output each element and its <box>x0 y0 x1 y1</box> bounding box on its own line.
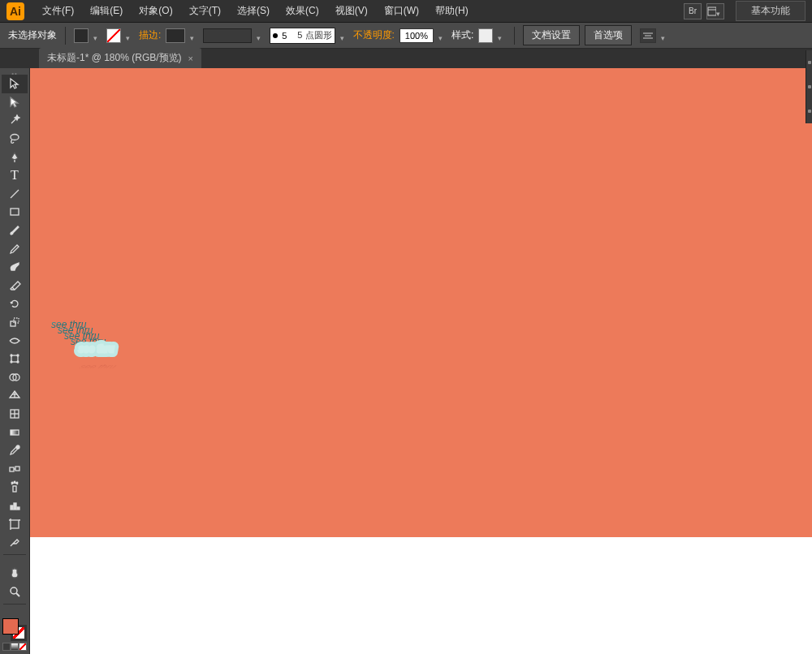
menu-view[interactable]: 视图(V) <box>327 1 376 21</box>
stroke-label: 描边: <box>139 28 161 42</box>
pencil-tool[interactable] <box>2 239 28 258</box>
align-dd[interactable] <box>661 32 669 40</box>
color-mode-gradient[interactable] <box>11 643 19 651</box>
svg-point-16 <box>11 361 12 363</box>
hand-tool[interactable] <box>2 564 28 583</box>
width-tool[interactable] <box>2 331 28 350</box>
menu-object[interactable]: 对象(O) <box>131 1 180 21</box>
canvas[interactable]: see thru see thru see thru see thru see … <box>30 68 812 654</box>
stroke-dropdown[interactable] <box>126 32 134 40</box>
menu-edit[interactable]: 编辑(E) <box>82 1 131 21</box>
scale-tool[interactable] <box>2 313 28 332</box>
svg-text:see thru: see thru <box>79 343 114 355</box>
line-tool[interactable] <box>2 185 28 204</box>
svg-rect-0 <box>708 7 716 15</box>
svg-rect-35 <box>14 503 16 510</box>
stroke-weight-menu[interactable] <box>166 28 185 43</box>
color-mode-buttons <box>0 643 29 651</box>
svg-rect-25 <box>11 430 19 435</box>
svg-point-26 <box>16 445 19 449</box>
control-bar: 未选择对象 描边: 5 点圆形 不透明度: 样式: 文档设置 首选项 <box>0 23 812 49</box>
workspace-switcher[interactable]: 基本功能 <box>736 1 806 21</box>
document-tab[interactable]: 未标题-1* @ 180% (RGB/预览) × <box>39 48 201 68</box>
opacity-dd[interactable] <box>438 32 447 40</box>
pen-tool[interactable] <box>2 148 28 166</box>
style-dd[interactable] <box>498 32 506 40</box>
panel-dock[interactable] <box>806 50 812 123</box>
blend-tool[interactable] <box>2 459 28 478</box>
symbol-sprayer-tool[interactable] <box>2 478 28 497</box>
opacity-input[interactable] <box>400 28 434 43</box>
arrange-docs-button[interactable] <box>706 3 724 19</box>
svg-rect-30 <box>13 486 16 492</box>
mesh-tool[interactable] <box>2 405 28 424</box>
align-button[interactable] <box>640 28 656 43</box>
style-swatch[interactable] <box>478 28 493 43</box>
panel-icon[interactable] <box>808 110 811 113</box>
svg-point-32 <box>14 482 15 484</box>
perspective-grid-tool[interactable] <box>2 386 28 405</box>
svg-rect-11 <box>11 321 15 326</box>
brush-dd[interactable] <box>340 32 348 40</box>
type-tool[interactable]: T <box>2 166 28 185</box>
svg-rect-12 <box>14 318 19 323</box>
fill-stroke-indicator[interactable] <box>2 618 27 641</box>
tab-close-button[interactable]: × <box>188 54 193 63</box>
stroke-weight-dd[interactable] <box>190 32 198 40</box>
selection-tool[interactable] <box>2 75 28 93</box>
slice-tool[interactable] <box>2 533 28 552</box>
stroke-swatch[interactable] <box>106 28 121 43</box>
magic-wand-tool[interactable] <box>2 111 28 130</box>
menu-file[interactable]: 文件(F) <box>34 1 82 21</box>
style-label: 样式: <box>451 28 473 42</box>
svg-point-15 <box>17 355 19 356</box>
svg-rect-36 <box>17 507 19 510</box>
panel-icon[interactable] <box>808 85 811 88</box>
bridge-button[interactable]: Br <box>684 3 702 19</box>
color-mode-solid[interactable] <box>2 643 11 651</box>
svg-point-17 <box>17 361 19 363</box>
menu-type[interactable]: 文字(T) <box>181 1 229 21</box>
rectangle-tool[interactable] <box>2 203 28 222</box>
document-tab-bar: 未标题-1* @ 180% (RGB/预览) × <box>0 49 812 68</box>
color-mode-none[interactable] <box>19 643 27 651</box>
svg-line-8 <box>11 190 19 198</box>
gradient-tool[interactable] <box>2 423 28 441</box>
svg-point-6 <box>11 135 19 140</box>
var-width-profile[interactable] <box>203 28 252 43</box>
svg-rect-34 <box>11 506 13 510</box>
direct-select-tool[interactable] <box>2 93 28 112</box>
document-tab-title: 未标题-1* @ 180% (RGB/预览) <box>47 51 182 65</box>
panel-icon[interactable] <box>808 61 811 64</box>
paintbrush-tool[interactable] <box>2 222 28 240</box>
eraser-tool[interactable] <box>2 277 28 295</box>
artboard-tool[interactable] <box>2 514 28 533</box>
zoom-tool[interactable] <box>2 583 28 601</box>
blob-brush-tool[interactable] <box>2 258 28 277</box>
menu-window[interactable]: 窗口(W) <box>376 1 427 21</box>
menu-effect[interactable]: 效果(C) <box>278 1 327 21</box>
var-width-dd[interactable] <box>257 32 265 40</box>
brush-dot-icon <box>273 33 278 38</box>
menu-help[interactable]: 帮助(H) <box>427 1 477 21</box>
preferences-button[interactable]: 首选项 <box>585 25 632 45</box>
free-transform-tool[interactable] <box>2 350 28 368</box>
column-graph-tool[interactable] <box>2 497 28 515</box>
opacity-label: 不透明度: <box>353 28 395 42</box>
menu-select[interactable]: 选择(S) <box>229 1 278 21</box>
svg-rect-28 <box>15 467 19 471</box>
fill-dropdown[interactable] <box>93 32 102 40</box>
svg-rect-27 <box>10 467 14 471</box>
rotate-tool[interactable] <box>2 295 28 313</box>
svg-point-33 <box>16 483 18 484</box>
eyedropper-tool[interactable] <box>2 441 28 460</box>
brush-size-input[interactable] <box>280 28 295 43</box>
document-setup-button[interactable]: 文档设置 <box>523 25 580 45</box>
artboard: see thru see thru see thru see thru see … <box>30 68 812 537</box>
app-logo: Ai <box>6 2 24 20</box>
fill-color-indicator[interactable] <box>2 618 19 635</box>
shape-builder-tool[interactable] <box>2 368 28 387</box>
lasso-tool[interactable] <box>2 130 28 148</box>
toolbox: •• T <box>0 68 30 654</box>
fill-swatch[interactable] <box>74 28 89 43</box>
